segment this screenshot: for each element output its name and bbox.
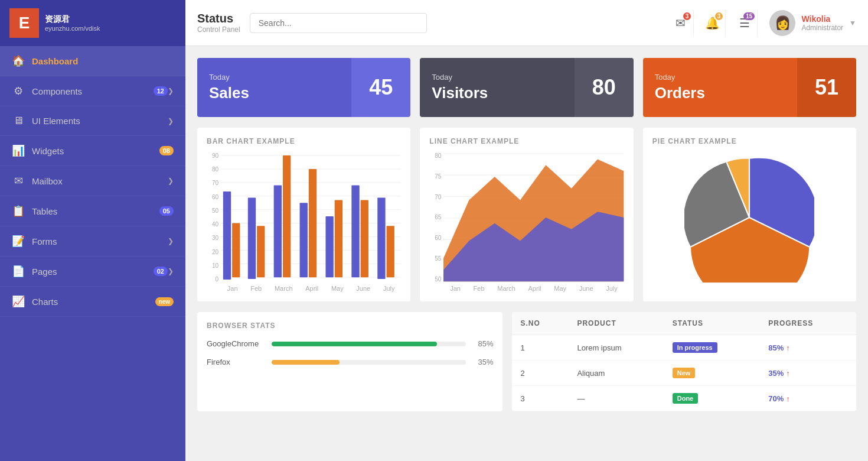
mail-icon: ✉ bbox=[12, 174, 25, 187]
avatar: 👩 bbox=[769, 10, 795, 36]
browser-name: GoogleChrome bbox=[207, 339, 266, 348]
main-area: Status Control Panel ✉ 3 🔔 3 ☰ 15 👩 Wiko… bbox=[185, 0, 868, 461]
header-title-block: Status Control Panel bbox=[197, 12, 240, 34]
bar-label: July bbox=[383, 285, 395, 292]
charts-row: BAR CHART EXAMPLE 90 80 70 60 50 40 30 2… bbox=[197, 128, 856, 301]
sidebar-item-tables[interactable]: 📋 Tables 05 bbox=[0, 196, 185, 226]
sidebar-item-components[interactable]: ⚙ Components 12 ❯ bbox=[0, 76, 185, 106]
progress-value: 35% bbox=[768, 369, 784, 378]
table-row: 2 Aliquam New 35%↑ bbox=[512, 361, 856, 386]
components-badge: 12 bbox=[154, 86, 168, 96]
bar-label: Jan bbox=[227, 285, 238, 292]
cell-product: — bbox=[569, 386, 664, 411]
bottom-row: BROWSER STATS GoogleChrome 85% Firefox 3… bbox=[197, 312, 856, 411]
home-icon: 🏠 bbox=[12, 54, 25, 67]
arrow-up-icon: ↑ bbox=[786, 343, 790, 352]
bar-label: May bbox=[331, 285, 344, 292]
pages-badge: 02 bbox=[154, 267, 168, 276]
bar-label: March bbox=[275, 285, 293, 292]
chevron-right-icon: ❯ bbox=[168, 237, 174, 245]
cell-progress: 35%↑ bbox=[760, 361, 856, 386]
sidebar-item-label: Forms bbox=[32, 236, 168, 246]
tables-badge: 05 bbox=[159, 206, 174, 216]
stat-title: Orders bbox=[655, 84, 785, 102]
cell-sno: 3 bbox=[512, 386, 569, 411]
charts-icon: 📈 bbox=[12, 295, 25, 308]
sidebar-item-label: Components bbox=[32, 86, 154, 96]
sidebar-item-forms[interactable]: 📝 Forms ❯ bbox=[0, 226, 185, 257]
sidebar-item-dashboard[interactable]: 🏠 Dashboard bbox=[0, 46, 185, 76]
line-label: March bbox=[497, 285, 515, 292]
user-profile[interactable]: 👩 Wikolia Administrator ▼ bbox=[763, 10, 856, 36]
bell-button[interactable]: 🔔 3 bbox=[700, 10, 726, 36]
sidebar-item-widgets[interactable]: 📊 Widgets 08 bbox=[0, 136, 185, 166]
sidebar-item-ui-elements[interactable]: 🖥 UI Elements ❯ bbox=[0, 106, 185, 136]
list-button[interactable]: ☰ 15 bbox=[732, 10, 758, 36]
svg-rect-10 bbox=[223, 191, 231, 280]
search-input[interactable] bbox=[250, 13, 427, 33]
table-row: 3 — Done 70%↑ bbox=[512, 386, 856, 411]
logo-icon: E bbox=[9, 8, 39, 38]
browser-name: Firefox bbox=[207, 358, 266, 366]
sidebar-nav: 🏠 Dashboard ⚙ Components 12 ❯ 🖥 UI Eleme… bbox=[0, 46, 185, 461]
line-chart-title: LINE CHART EXAMPLE bbox=[429, 137, 624, 145]
user-role: Administrator bbox=[801, 24, 843, 32]
svg-rect-18 bbox=[325, 216, 333, 277]
stat-sales-left: Today Sales bbox=[197, 58, 351, 117]
sidebar-item-pages[interactable]: 📄 Pages 02 ❯ bbox=[0, 257, 185, 287]
cell-sno: 1 bbox=[512, 335, 569, 361]
line-label: July bbox=[606, 285, 618, 292]
status-badge: In progress bbox=[673, 342, 717, 353]
stat-today-label: Today bbox=[432, 73, 562, 82]
browser-item-firefox: Firefox 35% bbox=[207, 358, 493, 366]
page-subtitle: Control Panel bbox=[197, 25, 240, 34]
cell-progress: 70%↑ bbox=[760, 386, 856, 411]
sidebar-item-charts[interactable]: 📈 Charts new bbox=[0, 287, 185, 317]
svg-rect-21 bbox=[361, 200, 368, 277]
content-area: Today Sales 45 Today Visitors 80 Today O… bbox=[185, 46, 868, 461]
sidebar-item-label: Dashboard bbox=[32, 56, 174, 66]
line-chart-labels: Jan Feb March April May June July bbox=[443, 285, 624, 292]
firefox-progress-fill bbox=[272, 360, 340, 365]
chevron-right-icon: ❯ bbox=[168, 117, 174, 125]
svg-rect-16 bbox=[300, 203, 308, 277]
svg-rect-19 bbox=[335, 200, 342, 277]
stat-card-orders: Today Orders 51 bbox=[643, 58, 856, 117]
arrow-up-icon: ↑ bbox=[786, 369, 790, 378]
user-name: Wikolia bbox=[801, 14, 843, 24]
header: Status Control Panel ✉ 3 🔔 3 ☰ 15 👩 Wiko… bbox=[185, 0, 868, 46]
widgets-badge: 08 bbox=[159, 146, 174, 155]
line-chart-svg bbox=[443, 152, 624, 283]
stat-today-label: Today bbox=[209, 73, 340, 82]
pie-chart-area bbox=[652, 152, 847, 283]
forms-icon: 📝 bbox=[12, 235, 25, 248]
line-chart-card: LINE CHART EXAMPLE 80 75 70 65 60 55 50 bbox=[420, 128, 633, 301]
stat-card-visitors: Today Visitors 80 bbox=[420, 58, 633, 117]
stat-visitors-left: Today Visitors bbox=[420, 58, 574, 117]
components-icon: ⚙ bbox=[12, 85, 25, 98]
status-badge: Done bbox=[673, 393, 699, 404]
sidebar-item-mailbox[interactable]: ✉ Mailbox ❯ bbox=[0, 166, 185, 196]
bar-y-axis: 90 80 70 60 50 40 30 20 10 0 bbox=[207, 152, 221, 283]
chrome-pct: 85% bbox=[472, 339, 493, 348]
cell-status: Done bbox=[664, 386, 761, 411]
svg-rect-23 bbox=[387, 226, 394, 277]
product-table: S.NO PRODUCT STATUS PROGRESS 1 Lorem ips… bbox=[512, 312, 856, 411]
sidebar-item-label: Charts bbox=[32, 297, 155, 307]
line-chart-inner: Jan Feb March April May June July bbox=[443, 152, 624, 292]
chevron-right-icon: ❯ bbox=[168, 267, 174, 275]
stat-orders-left: Today Orders bbox=[643, 58, 797, 117]
header-icons: ✉ 3 🔔 3 ☰ 15 👩 Wikolia Administrator ▼ bbox=[668, 10, 856, 36]
bar-chart-area: 90 80 70 60 50 40 30 20 10 0 bbox=[207, 152, 401, 292]
stat-orders-value: 51 bbox=[797, 58, 856, 117]
svg-rect-14 bbox=[274, 186, 282, 278]
mail-button[interactable]: ✉ 3 bbox=[668, 10, 694, 36]
table-row: 1 Lorem ipsum In progress 85%↑ bbox=[512, 335, 856, 361]
chrome-progress-fill bbox=[272, 342, 437, 346]
pie-chart-svg bbox=[684, 152, 814, 283]
line-label: May bbox=[554, 285, 566, 292]
firefox-pct: 35% bbox=[472, 358, 493, 366]
logo-subtitle: eyunzhu.com/vdisk bbox=[45, 25, 100, 32]
chevron-down-icon: ▼ bbox=[849, 19, 856, 27]
tables-icon: 📋 bbox=[12, 204, 25, 217]
